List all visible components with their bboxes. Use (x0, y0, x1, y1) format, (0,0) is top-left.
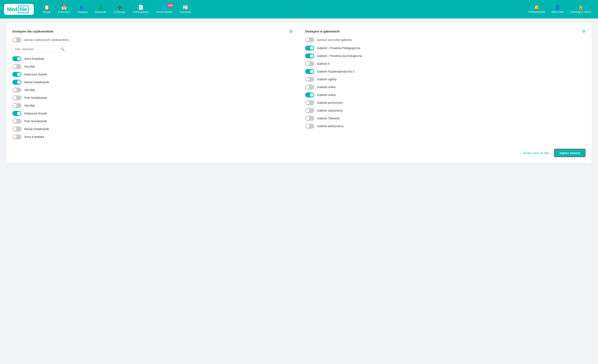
list-item: Gabinet ogólny (305, 77, 586, 82)
cabinet-name-3: Gabinet Fizjoterapeutyczny 2 (317, 70, 354, 73)
user-toggle-4[interactable] (12, 88, 21, 92)
user-toggle-3[interactable] (12, 80, 21, 85)
main-content: Dostępne dla użytkowników ⚙ zaznacz wido… (0, 18, 598, 364)
user-toggle-5[interactable] (12, 95, 21, 100)
cabinet-toggle-6[interactable] (305, 92, 314, 97)
nav-item-wizyty[interactable]: 📋 Wizyty (40, 3, 53, 15)
nav-right-label-moje-konto: Moje konto (552, 10, 564, 13)
user-toggle-1[interactable] (12, 64, 21, 69)
select-all-cabinets-row: zaznacz wszystkie gabinety (305, 37, 586, 42)
user-name-7: Katarzyna Nowak (24, 112, 47, 115)
user-name-0: Anna Kowalska (24, 57, 44, 60)
nav-right-label-powiadomienia: Powiadomienia (528, 10, 545, 13)
search-icon[interactable]: 🔍 (60, 47, 65, 51)
footer-actions: ← Anuluj i wróć do listy Zapisz zmiany (12, 146, 586, 157)
cabinet-toggle-10[interactable] (305, 124, 314, 129)
right-col-title: Dostępne w gabinetach (305, 30, 340, 33)
cabinet-name-5: Gabinet online (317, 85, 336, 89)
user-name-6: Ola Mak (24, 104, 35, 107)
logo-med-text: Med (7, 6, 17, 13)
user-name-5: Piotr Nowakowski (24, 96, 47, 99)
list-item: Piotr Nowakowski (12, 95, 293, 100)
cabinet-name-2: Gabinet 5 (317, 62, 330, 65)
nav-right-label-zabezpiecz: Zabezpiecz 118:12 (570, 10, 591, 13)
user-name-4: Ola Mak (24, 88, 35, 92)
select-all-cabinets-toggle[interactable] (305, 37, 314, 42)
user-toggle-2[interactable] (12, 72, 21, 77)
nav-item-pacjenci[interactable]: 👥 Pacjenci (75, 3, 91, 15)
nav-icon-strona-www: 🌐 (161, 5, 167, 10)
list-item: Gabinet promocyjny (305, 100, 586, 105)
list-item: Maciej Kwiatkowski (12, 80, 293, 85)
user-toggle-10[interactable] (12, 134, 21, 139)
cabinet-toggle-0[interactable] (305, 46, 314, 50)
select-all-users-row: zaznacz widocznych użytkowników (12, 37, 293, 42)
user-name-2: Katarzyna Nowak (24, 73, 47, 76)
nav-right-item-zabezpiecz[interactable]: 🔒 Zabezpiecz 118:12 (567, 3, 594, 15)
nav-label-rachunki: Rachunki (95, 10, 106, 14)
user-toggle-0[interactable] (12, 56, 21, 61)
nav-icon-punkt-pobran: 📄 (138, 5, 143, 10)
nav-item-rachunki[interactable]: 💲 Rachunki (92, 3, 109, 15)
select-all-cabinets-label: zaznacz wszystkie gabinety (317, 38, 352, 41)
user-name-1: Ola Mak (24, 65, 35, 68)
two-columns: Dostępne dla użytkowników ⚙ zaznacz wido… (12, 29, 586, 139)
list-item: Gabinet weterynarny (305, 124, 586, 129)
list-item: Gabinet online (305, 85, 586, 89)
search-input[interactable] (12, 46, 66, 53)
cabinet-toggle-2[interactable] (305, 61, 314, 66)
user-toggle-6[interactable] (12, 103, 21, 108)
cabinet-toggle-5[interactable] (305, 85, 314, 89)
list-item: Anna Kowalska (12, 56, 293, 61)
nav-icon-kalendarz: 📅 (61, 5, 67, 10)
user-name-8: Piotr Nowakowski (24, 120, 47, 123)
user-toggle-8[interactable] (12, 119, 21, 124)
save-button[interactable]: Zapisz zmiany (554, 149, 586, 157)
navbar: Medfile® 📋 Wizyty 📅 Kalendarz 👥 Pacjenci… (0, 0, 598, 18)
list-item: Gabinet - Poradnia psychologiczna (305, 53, 586, 58)
nav-icon-rachunki: 💲 (98, 5, 103, 10)
nav-right-item-powiadomienia[interactable]: 🔔 Powiadomienia (525, 3, 548, 15)
select-all-users-label: zaznacz widocznych użytkowników (24, 38, 69, 41)
nav-right-icon-zabezpiecz: 🔒 (578, 5, 583, 10)
nav-icon-ezdrowie: ➕ (117, 5, 122, 10)
nav-right-icon-powiadomienia: 🔔 (534, 5, 540, 10)
list-item: Gabinet - Poradnia Pedagogiczna (305, 46, 586, 50)
cabinet-name-9: Gabinet Telewizyt (317, 117, 340, 120)
user-toggle-9[interactable] (12, 127, 21, 131)
nav-item-punkt-pobran[interactable]: 📄 Punkt pobrań (130, 3, 151, 15)
nav-label-punkt-pobran: Punkt pobrań (133, 10, 149, 14)
logo-file-text: file (18, 6, 29, 13)
cancel-link[interactable]: ← Anuluj i wróć do listy (519, 151, 549, 155)
nav-item-strona-www[interactable]: NEW 🌐 Strona WWW (153, 3, 175, 15)
nav-label-ezdrowie: e-Zdrowie (114, 10, 125, 14)
select-all-users-toggle[interactable] (12, 37, 21, 42)
cabinet-toggle-3[interactable] (305, 69, 314, 74)
nav-right-item-moje-konto[interactable]: 👤 Moje konto (549, 3, 566, 15)
search-box: 🔍 (12, 46, 293, 53)
cabinet-toggle-9[interactable] (305, 116, 314, 121)
cabinet-toggle-1[interactable] (305, 53, 314, 58)
nav-item-ezdrowie[interactable]: ➕ e-Zdrowie (111, 3, 128, 15)
cabinet-name-10: Gabinet weterynarny (317, 124, 344, 128)
list-item: Katarzyna Nowak (12, 72, 293, 77)
nav-label-instrukcje: Instrukcje (180, 10, 191, 14)
user-list: Anna Kowalska Ola Mak Katarzyna Nowak Ma… (12, 56, 293, 139)
list-item: Katarzyna Nowak (12, 111, 293, 116)
left-gear-icon[interactable]: ⚙ (289, 29, 293, 34)
list-item: Gabinet Fizjoterapeutyczny 2 (305, 69, 586, 74)
list-item: Anna Kowalska (12, 134, 293, 139)
logo[interactable]: Medfile® (4, 4, 34, 15)
cabinet-list: Gabinet - Poradnia Pedagogiczna Gabinet … (305, 46, 586, 129)
cabinet-toggle-4[interactable] (305, 77, 314, 82)
nav-label-strona-www: Strona WWW (156, 10, 172, 14)
left-col-header: Dostępne dla użytkowników ⚙ (12, 29, 293, 34)
nav-item-instrukcje[interactable]: 📰 Instrukcje (177, 3, 194, 15)
nav-item-kalendarz[interactable]: 📅 Kalendarz (55, 3, 73, 15)
cabinet-name-4: Gabinet ogólny (317, 78, 336, 81)
cabinet-toggle-7[interactable] (305, 100, 314, 105)
right-gear-icon[interactable]: ⚙ (582, 29, 586, 34)
left-column: Dostępne dla użytkowników ⚙ zaznacz wido… (12, 29, 293, 139)
cabinet-toggle-8[interactable] (305, 108, 314, 113)
user-toggle-7[interactable] (12, 111, 21, 116)
